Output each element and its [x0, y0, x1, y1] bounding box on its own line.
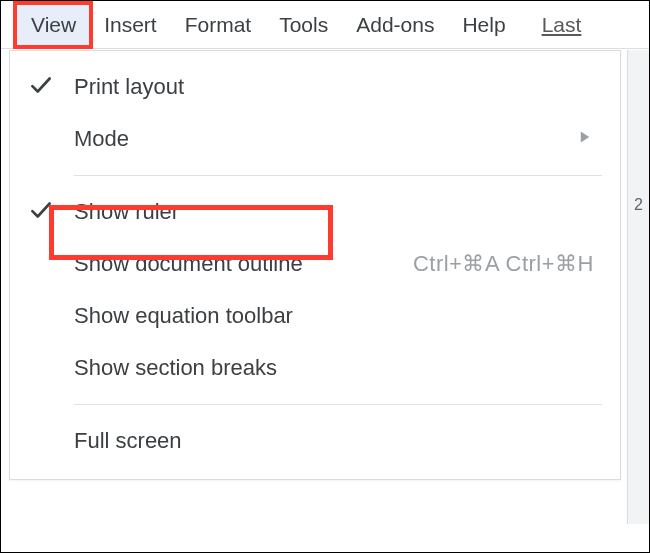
menu-separator	[74, 175, 602, 176]
menu-addons[interactable]: Add-ons	[342, 3, 448, 47]
checkmark-icon	[28, 197, 54, 227]
menu-format[interactable]: Format	[171, 3, 266, 47]
menu-item-label: Show ruler	[74, 199, 179, 225]
menu-item-label: Show section breaks	[74, 355, 277, 381]
chevron-right-icon	[578, 130, 602, 148]
menu-item-show-ruler[interactable]: Show ruler	[10, 186, 620, 238]
menu-item-full-screen[interactable]: Full screen	[10, 415, 620, 467]
menu-last-edit[interactable]: Last	[528, 3, 596, 47]
menu-help[interactable]: Help	[448, 3, 519, 47]
menu-separator	[74, 404, 602, 405]
keyboard-shortcut: Ctrl+⌘A Ctrl+⌘H	[413, 251, 602, 277]
ruler-indicator: 2	[634, 196, 643, 214]
view-dropdown: Print layout Mode Show ruler Show docume…	[9, 50, 621, 480]
document-edge: 2	[627, 50, 649, 524]
menu-item-label: Full screen	[74, 428, 182, 454]
menu-item-label: Mode	[74, 126, 129, 152]
menu-view[interactable]: View	[17, 3, 90, 47]
menu-item-mode[interactable]: Mode	[10, 113, 620, 165]
menu-item-label: Show equation toolbar	[74, 303, 293, 329]
menu-item-show-equation-toolbar[interactable]: Show equation toolbar	[10, 290, 620, 342]
checkmark-icon	[28, 72, 54, 102]
menu-item-show-document-outline[interactable]: Show document outline Ctrl+⌘A Ctrl+⌘H	[10, 238, 620, 290]
menu-item-label: Show document outline	[74, 251, 303, 277]
menu-insert[interactable]: Insert	[90, 3, 171, 47]
svg-marker-0	[581, 131, 589, 142]
menubar: View Insert Format Tools Add-ons Help La…	[1, 1, 649, 49]
menu-tools[interactable]: Tools	[265, 3, 342, 47]
menu-item-show-section-breaks[interactable]: Show section breaks	[10, 342, 620, 394]
menu-item-label: Print layout	[74, 74, 184, 100]
menu-item-print-layout[interactable]: Print layout	[10, 61, 620, 113]
